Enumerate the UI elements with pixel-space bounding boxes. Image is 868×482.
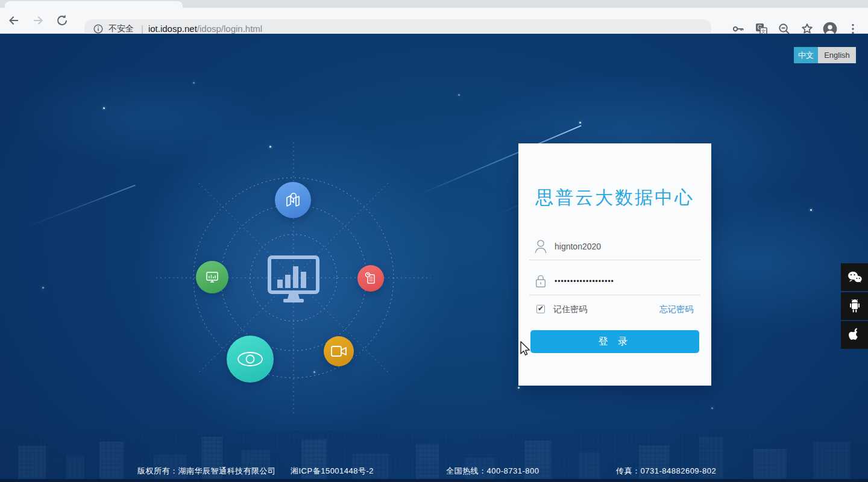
apple-icon — [848, 327, 862, 343]
remember-checkbox[interactable] — [536, 305, 545, 313]
wechat-icon — [847, 271, 863, 284]
report-document-icon — [357, 265, 384, 292]
lang-english-button[interactable]: English — [818, 47, 856, 63]
lock-icon — [534, 274, 547, 289]
password-field-row — [529, 268, 700, 295]
login-card: 思普云大数据中心 记住密码 忘记密码 登 录 — [518, 143, 711, 386]
info-icon — [93, 23, 104, 34]
language-toggle: 中文 English — [794, 47, 856, 63]
password-input[interactable] — [555, 272, 693, 290]
footer-fax: 传真：0731-84882609-802 — [616, 466, 716, 477]
bottom-strip — [0, 479, 868, 482]
forward-arrow-icon — [31, 13, 45, 28]
page-title: 思普云大数据中心 — [518, 186, 711, 210]
reload-button[interactable] — [52, 10, 72, 31]
wechat-button[interactable] — [841, 263, 868, 291]
light-streak — [23, 184, 136, 229]
eye-monitoring-icon — [227, 336, 274, 383]
url-separator: | — [141, 23, 143, 34]
remember-label: 记住密码 — [553, 304, 587, 315]
android-button[interactable] — [841, 292, 868, 320]
username-field-row — [529, 233, 700, 260]
security-label: 不安全 — [108, 23, 134, 34]
login-page: 中文 English 思普云大数据中心 记住密码 忘记密码 登 录 — [0, 34, 868, 482]
map-location-icon — [275, 182, 311, 218]
footer-icp: 湘ICP备15001448号-2 — [291, 466, 374, 477]
city-skyline-decoration — [0, 431, 868, 479]
social-rail — [841, 263, 868, 350]
footer-copyright: 版权所有：湖南华辰智通科技有限公司 — [137, 466, 276, 477]
dashboard-monitor-icon — [268, 255, 319, 305]
username-input[interactable] — [555, 237, 693, 255]
forgot-password-link[interactable]: 忘记密码 — [659, 304, 693, 315]
active-tab[interactable] — [5, 1, 183, 8]
login-button[interactable]: 登 录 — [530, 330, 699, 353]
url-host: iot.idosp.net — [148, 23, 197, 34]
back-button[interactable] — [4, 10, 24, 31]
video-camera-icon — [324, 336, 354, 366]
browser-toolbar: 不安全 | iot.idosp.net/idosp/login.html G 文 — [0, 8, 868, 34]
url-path: /idosp/login.html — [197, 23, 262, 34]
android-icon — [848, 298, 862, 314]
forward-button[interactable] — [28, 10, 48, 31]
user-icon — [534, 239, 547, 254]
apple-button[interactable] — [841, 321, 868, 349]
lang-chinese-button[interactable]: 中文 — [794, 47, 818, 63]
browser-chrome: 不安全 | iot.idosp.net/idosp/login.html G 文 — [0, 0, 868, 34]
back-arrow-icon — [7, 13, 21, 28]
login-options-row: 记住密码 忘记密码 — [536, 304, 693, 318]
footer-hotline: 全国热线：400-8731-800 — [446, 466, 539, 477]
tab-strip — [0, 0, 868, 8]
reload-icon — [55, 13, 69, 28]
device-monitor-icon — [196, 261, 228, 293]
